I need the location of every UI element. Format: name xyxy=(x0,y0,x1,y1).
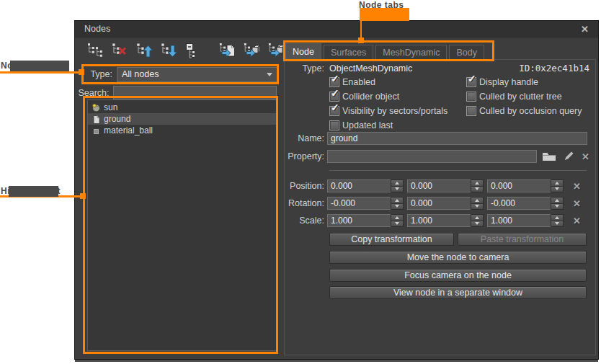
checkbox-label: Collider object xyxy=(342,92,399,102)
annotation-box-type-filter xyxy=(81,64,279,84)
culled-occlusion-checkbox[interactable]: ✓ xyxy=(466,106,476,116)
add-hierarchy-icon[interactable] xyxy=(85,40,104,61)
spin-up-icon[interactable] xyxy=(391,180,403,187)
page: Node tabs Node type filter Hierarchy lis… xyxy=(0,0,601,364)
position-z-stepper xyxy=(487,179,564,192)
check-icon: ✓ xyxy=(331,88,339,98)
scale-label: Scale: xyxy=(285,216,327,226)
checkbox-label: Culled by clutter tree xyxy=(479,92,562,102)
spin-down-icon[interactable] xyxy=(391,221,403,227)
rotation-y-field[interactable] xyxy=(407,197,471,210)
culled-clutter-checkbox[interactable]: ✓ xyxy=(466,92,476,102)
rotation-label: Rotation: xyxy=(285,198,327,208)
spin-down-icon[interactable] xyxy=(471,187,483,192)
spin-down-icon[interactable] xyxy=(471,221,483,227)
move-node-down-icon[interactable] xyxy=(159,40,178,61)
move-node-up-icon[interactable] xyxy=(134,40,153,61)
property-field[interactable] xyxy=(327,150,537,163)
spin-up-icon[interactable] xyxy=(391,197,403,204)
annotation-connector-dot xyxy=(80,193,86,199)
collapse-hierarchy-icon[interactable] xyxy=(183,40,202,61)
spin-down-icon[interactable] xyxy=(391,187,403,192)
scale-y-field[interactable] xyxy=(407,214,471,227)
spin-down-icon[interactable] xyxy=(471,204,483,210)
annotation-box-hierarchy xyxy=(83,96,278,354)
check-icon: ✓ xyxy=(331,74,339,84)
reset-scale-icon[interactable]: ✕ xyxy=(573,216,581,226)
annotation-connector-dot xyxy=(358,37,364,43)
checkbox-label: Updated last xyxy=(342,120,393,130)
scale-z-field[interactable] xyxy=(487,214,551,227)
checkbox-row-visibility: ✓ Visibility by sectors/portals xyxy=(329,104,448,118)
checkbox-column-right: ✓ Display handle ✓ Culled by clutter tre… xyxy=(466,75,582,118)
checkbox-row-display-handle: ✓ Display handle xyxy=(466,75,582,89)
checkbox-row-updated-last: ✓ Updated last xyxy=(329,118,448,133)
display-handle-checkbox[interactable]: ✓ xyxy=(466,77,476,87)
spin-down-icon[interactable] xyxy=(551,204,563,210)
spin-up-icon[interactable] xyxy=(471,215,483,221)
spin-up-icon[interactable] xyxy=(471,197,483,204)
updated-last-checkbox[interactable]: ✓ xyxy=(329,120,339,130)
close-icon[interactable]: ✕ xyxy=(581,25,589,34)
spin-down-icon[interactable] xyxy=(391,204,403,210)
import-node-reference-icon[interactable] xyxy=(241,40,261,61)
position-z-field[interactable] xyxy=(487,179,551,192)
annotation-node-tabs-highlight xyxy=(360,8,409,21)
position-row: Position: ✕ xyxy=(285,179,589,192)
spin-up-icon[interactable] xyxy=(391,215,403,221)
property-row: Property: ✕ xyxy=(285,150,589,163)
annotation-hierarchy-cover xyxy=(9,186,58,197)
spin-up-icon[interactable] xyxy=(551,180,563,187)
scale-z-stepper xyxy=(487,214,564,227)
checkbox-label: Enabled xyxy=(342,77,375,87)
annotation-type-filter-cover xyxy=(10,61,69,71)
reset-position-icon[interactable]: ✕ xyxy=(573,182,581,191)
position-x-stepper xyxy=(327,179,404,192)
window-title: Nodes xyxy=(84,24,110,34)
check-icon: ✓ xyxy=(468,74,476,84)
property-label: Property: xyxy=(285,151,327,161)
position-label: Position: xyxy=(285,181,327,191)
edit-pencil-icon[interactable] xyxy=(561,151,576,163)
clear-property-icon[interactable]: ✕ xyxy=(582,152,589,161)
rotation-x-field[interactable] xyxy=(327,197,391,210)
move-node-to-camera-button[interactable]: Move the node to camera xyxy=(329,251,587,264)
enabled-checkbox[interactable]: ✓ xyxy=(329,77,339,87)
rotation-z-field[interactable] xyxy=(487,197,551,210)
position-x-field[interactable] xyxy=(327,179,391,192)
position-y-stepper xyxy=(407,179,484,192)
checkbox-column-left: ✓ Enabled ✓ Collider object ✓ Visibility… xyxy=(329,75,448,133)
spin-up-icon[interactable] xyxy=(471,180,483,187)
export-node-file-icon[interactable] xyxy=(217,40,236,61)
node-panel: Type: ObjectMeshDynamic ID:0x2ec41b14 ✓ … xyxy=(284,59,596,355)
divider xyxy=(329,170,587,171)
copy-transformation-button[interactable]: Copy transformation xyxy=(329,233,454,246)
position-y-field[interactable] xyxy=(407,179,471,192)
node-type-line: Type: ObjectMeshDynamic ID:0x2ec41b14 xyxy=(285,63,589,74)
spin-down-icon[interactable] xyxy=(551,187,563,192)
checkbox-label: Visibility by sectors/portals xyxy=(342,106,448,116)
title-bar[interactable]: Nodes ✕ xyxy=(75,21,598,37)
spin-up-icon[interactable] xyxy=(551,215,563,221)
rotation-z-stepper xyxy=(487,197,564,210)
visibility-sectors-checkbox[interactable]: ✓ xyxy=(329,106,339,116)
checkbox-row-culled-clutter: ✓ Culled by clutter tree xyxy=(466,89,582,104)
annotation-horizontal-connector-1 xyxy=(0,71,81,74)
annotation-connector-dot xyxy=(79,69,84,75)
focus-camera-on-node-button[interactable]: Focus camera on the node xyxy=(329,269,587,282)
annotation-vertical-connector xyxy=(360,21,362,39)
node-type-label: Type: xyxy=(285,63,327,74)
reset-rotation-icon[interactable]: ✕ xyxy=(573,199,581,208)
paste-transformation-button[interactable]: Paste transformation xyxy=(458,233,587,246)
name-field[interactable] xyxy=(327,132,587,145)
spin-down-icon[interactable] xyxy=(551,221,563,227)
clone-node-icon[interactable] xyxy=(266,40,285,61)
nodes-toolbar xyxy=(85,40,285,61)
checkbox-row-collider: ✓ Collider object xyxy=(329,89,448,104)
delete-node-icon[interactable] xyxy=(110,40,129,61)
view-node-separate-window-button[interactable]: View node in a separate window xyxy=(329,286,587,299)
collider-object-checkbox[interactable]: ✓ xyxy=(329,92,339,102)
spin-up-icon[interactable] xyxy=(551,197,563,204)
folder-icon[interactable] xyxy=(541,151,557,163)
scale-x-field[interactable] xyxy=(327,214,391,227)
